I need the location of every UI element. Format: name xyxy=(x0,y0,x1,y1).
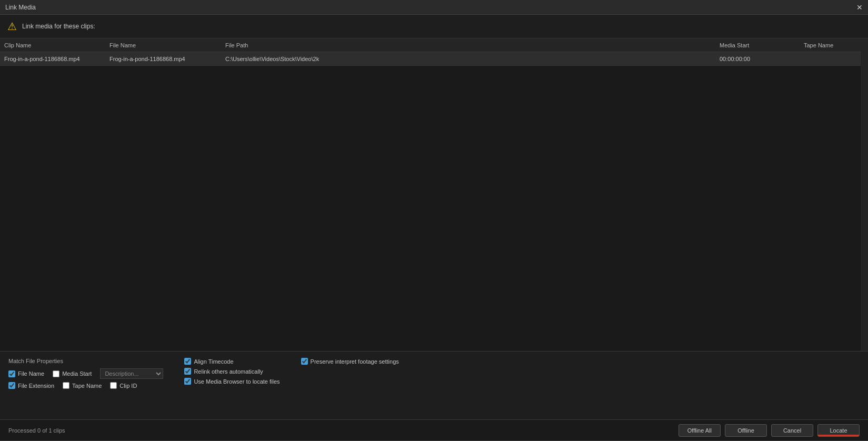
preserve-section: Preserve interpret footage settings xyxy=(301,358,399,389)
header-area: ⚠ Link media for these clips: xyxy=(0,15,868,38)
checkbox-media-start-label: Media Start xyxy=(62,370,92,377)
checkbox-tape-name[interactable]: Tape Name xyxy=(63,382,102,389)
checkbox-file-extension[interactable]: File Extension xyxy=(8,382,54,389)
button-group: Offline All Offline Cancel Locate xyxy=(679,424,860,437)
status-text: Processed 0 of 1 clips xyxy=(8,427,65,434)
scrollbar-track[interactable] xyxy=(861,38,868,351)
checkbox-tape-name-label: Tape Name xyxy=(72,383,102,389)
checkbox-file-name[interactable]: File Name xyxy=(8,370,44,377)
checkbox-tape-name-input[interactable] xyxy=(63,382,69,389)
checkbox-clip-id-label: Clip ID xyxy=(119,383,137,389)
checkbox-use-media-browser-label: Use Media Browser to locate files xyxy=(194,378,280,385)
table-header: Clip Name File Name File Path Media Star… xyxy=(0,38,868,52)
checkbox-media-start[interactable]: Media Start xyxy=(53,370,92,377)
checkbox-relink-others-label: Relink others automatically xyxy=(194,368,263,375)
checkbox-relink-others[interactable]: Relink others automatically xyxy=(184,368,280,375)
header-message: Link media for these clips: xyxy=(22,23,95,30)
checkbox-media-start-input[interactable] xyxy=(53,370,59,377)
table-row[interactable]: Frog-in-a-pond-1186868.mp4 Frog-in-a-pon… xyxy=(0,52,868,66)
bottom-top-row: Match File Properties File Name Media St… xyxy=(8,358,860,389)
col-header-media-start: Media Start xyxy=(715,42,800,48)
checkbox-file-name-label: File Name xyxy=(18,370,44,377)
cell-media-start: 00:00:00:00 xyxy=(715,56,800,62)
cell-file-name: Frog-in-a-pond-1186868.mp4 xyxy=(105,56,221,62)
bottom-options-area: Match File Properties File Name Media St… xyxy=(0,351,868,419)
cell-file-path: C:\Users\ollie\Videos\Stock\Video\2k xyxy=(221,56,715,62)
checkbox-preserve-interpret[interactable]: Preserve interpret footage settings xyxy=(301,358,399,365)
checkbox-use-media-browser-input[interactable] xyxy=(184,378,191,385)
checkbox-clip-id-input[interactable] xyxy=(110,382,117,389)
warning-icon: ⚠ xyxy=(7,20,17,33)
col-header-clip-name: Clip Name xyxy=(0,42,105,48)
content-wrapper: Clip Name File Name File Path Media Star… xyxy=(0,38,868,351)
window-title: Link Media xyxy=(5,4,36,11)
checkbox-file-extension-label: File Extension xyxy=(18,383,54,389)
close-button[interactable]: ✕ xyxy=(856,4,863,11)
checkbox-file-extension-input[interactable] xyxy=(8,382,15,389)
checkbox-clip-id[interactable]: Clip ID xyxy=(110,382,137,389)
table-container: Clip Name File Name File Path Media Star… xyxy=(0,38,868,351)
checkbox-relink-others-input[interactable] xyxy=(184,368,191,375)
offline-button[interactable]: Offline xyxy=(725,424,767,437)
cell-clip-name: Frog-in-a-pond-1186868.mp4 xyxy=(0,56,105,62)
locate-button[interactable]: Locate xyxy=(817,424,860,437)
status-bar: Processed 0 of 1 clips Offline All Offli… xyxy=(0,419,868,440)
col-header-tape-name: Tape Name xyxy=(800,42,868,48)
match-file-label: Match File Properties xyxy=(8,358,163,364)
checkbox-align-timecode-input[interactable] xyxy=(184,358,191,365)
checkbox-align-timecode[interactable]: Align Timecode xyxy=(184,358,280,365)
col-header-file-path: File Path xyxy=(221,42,715,48)
checkbox-file-name-input[interactable] xyxy=(8,370,15,377)
checkbox-align-timecode-label: Align Timecode xyxy=(194,358,233,365)
cancel-button[interactable]: Cancel xyxy=(771,424,813,437)
match-file-row2: File Extension Tape Name Clip ID xyxy=(8,382,163,389)
match-file-section: Match File Properties File Name Media St… xyxy=(8,358,163,389)
checkbox-preserve-interpret-label: Preserve interpret footage settings xyxy=(311,358,399,365)
checkbox-preserve-interpret-input[interactable] xyxy=(301,358,308,365)
description-select[interactable]: Description... xyxy=(100,368,163,379)
col-header-file-name: File Name xyxy=(105,42,221,48)
offline-all-button[interactable]: Offline All xyxy=(679,424,721,437)
right-options-section: Align Timecode Relink others automatical… xyxy=(184,358,280,389)
match-file-row1: File Name Media Start Description... xyxy=(8,368,163,379)
checkbox-use-media-browser[interactable]: Use Media Browser to locate files xyxy=(184,378,280,385)
title-bar: Link Media ✕ xyxy=(0,0,868,15)
